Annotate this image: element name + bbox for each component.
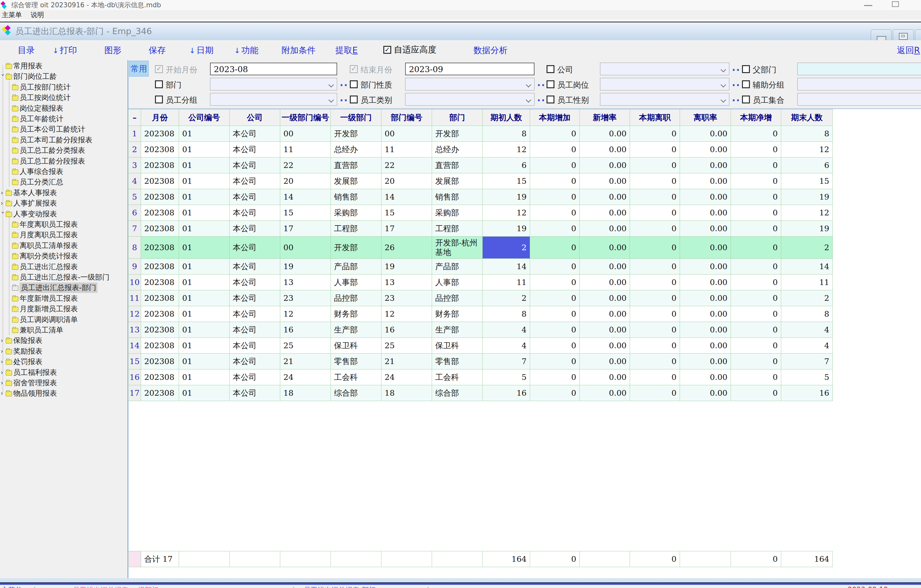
row-number-7[interactable]: 7 <box>129 221 141 236</box>
cell-r8-c5[interactable]: 开发部 <box>331 236 381 259</box>
cell-r6-c3[interactable]: 本公司 <box>229 205 280 221</box>
cell-r1-c2[interactable]: 01 <box>179 126 229 142</box>
chevron-right-icon[interactable]: › <box>1 380 6 385</box>
cell-r3-c10[interactable]: 0.00 <box>580 158 630 173</box>
cell-r17-c13[interactable]: 0 <box>731 385 781 401</box>
cell-r9-c6[interactable]: 19 <box>381 259 432 275</box>
cell-r16-c9[interactable]: 0 <box>530 370 580 385</box>
cell-r15-c1[interactable]: 202308 <box>141 353 179 370</box>
tree-item-16[interactable]: 年度离职员工报表 <box>0 219 127 230</box>
cell-r9-c11[interactable]: 0 <box>630 259 680 275</box>
cell-r2-c12[interactable]: 0.00 <box>680 142 731 158</box>
cell-r8-c8[interactable]: 2 <box>483 236 530 259</box>
filter-checkbox-部门[interactable] <box>155 80 163 88</box>
cell-r7-c5[interactable]: 工程部 <box>331 221 381 236</box>
cell-r14-c13[interactable]: 0 <box>731 338 781 353</box>
cell-r13-c12[interactable]: 0.00 <box>680 322 731 338</box>
cell-r13-c2[interactable]: 01 <box>179 322 229 338</box>
tree-item-1[interactable]: 常用报表 <box>0 61 127 71</box>
cell-r17-c14[interactable]: 16 <box>781 385 833 401</box>
filter-checkbox-员工集合[interactable] <box>742 96 750 103</box>
cell-r17-c7[interactable]: 综合部 <box>432 385 483 401</box>
browse-dots-button[interactable]: .. <box>732 92 740 103</box>
cell-r10-c7[interactable]: 人事部 <box>432 275 483 290</box>
column-header-4[interactable]: 一级部门编号 <box>280 109 331 126</box>
cell-r7-c7[interactable]: 工程部 <box>432 221 483 236</box>
cell-r7-c12[interactable]: 0.00 <box>680 221 731 236</box>
toolbar-button-10[interactable]: 数据分析 <box>474 45 508 56</box>
cell-r14-c1[interactable]: 202308 <box>141 338 179 353</box>
tree-item-30[interactable]: ›员工福利报表 <box>0 367 127 378</box>
status-fragment-3[interactable]: 员工进出汇总报表-部门 <box>304 585 376 588</box>
cell-r4-c14[interactable]: 15 <box>781 173 833 189</box>
chevron-right-icon[interactable]: › <box>1 370 6 375</box>
tree-item-26[interactable]: 兼职员工清单 <box>0 325 127 335</box>
cell-r16-c3[interactable]: 本公司 <box>229 370 280 385</box>
tree-item-24[interactable]: 月度新增员工报表 <box>0 304 127 314</box>
tree-item-17[interactable]: 月度离职员工报表 <box>0 230 127 240</box>
cell-r15-c2[interactable]: 01 <box>179 353 229 370</box>
tree-item-10[interactable]: 员工总工龄分段报表 <box>0 156 127 166</box>
cell-r12-c7[interactable]: 财务部 <box>432 306 483 322</box>
cell-r13-c13[interactable]: 0 <box>731 322 781 338</box>
tree-item-19[interactable]: 离职分类统计报表 <box>0 251 127 261</box>
cell-r8-c6[interactable]: 26 <box>381 236 432 259</box>
cell-r9-c4[interactable]: 19 <box>280 259 331 275</box>
browse-dots-button[interactable]: .. <box>537 77 545 88</box>
cell-r14-c4[interactable]: 25 <box>280 338 331 353</box>
cell-r7-c4[interactable]: 17 <box>280 221 331 236</box>
filter-select-部门性质[interactable] <box>405 78 535 90</box>
back-button[interactable]: 返回R <box>897 45 920 56</box>
chevron-right-icon[interactable]: › <box>1 338 6 343</box>
cell-r16-c2[interactable]: 01 <box>179 370 229 385</box>
filter-checkbox-部门性质[interactable] <box>350 80 358 88</box>
browse-dots-button[interactable]: .. <box>340 92 348 103</box>
cell-r13-c10[interactable]: 0.00 <box>580 322 630 338</box>
cell-r10-c10[interactable]: 0.00 <box>580 275 630 290</box>
cell-r1-c9[interactable]: 0 <box>530 126 580 142</box>
filter-checkbox-开始月份[interactable] <box>155 65 163 73</box>
cell-r1-c12[interactable]: 0.00 <box>680 126 731 142</box>
toolbar-button-1[interactable]: 目录 <box>18 45 35 56</box>
filter-select-部门[interactable] <box>210 78 337 90</box>
cell-r9-c12[interactable]: 0.00 <box>680 259 731 275</box>
cell-r7-c2[interactable]: 01 <box>179 221 229 236</box>
tree-item-9[interactable]: 员工总工龄分类报表 <box>0 145 127 156</box>
cell-r9-c8[interactable]: 14 <box>483 259 530 275</box>
column-header-5[interactable]: 一级部门 <box>331 109 381 126</box>
cell-r17-c6[interactable]: 18 <box>381 385 432 401</box>
filter-checkbox-员工类别[interactable] <box>350 96 358 103</box>
status-fragment-4[interactable]: 2023-09-19 <box>848 585 888 588</box>
cell-r1-c11[interactable]: 0 <box>630 126 680 142</box>
chevron-right-icon[interactable]: › <box>1 359 6 364</box>
chevron-right-icon[interactable]: › <box>1 200 6 205</box>
cell-r5-c2[interactable]: 01 <box>179 189 229 205</box>
cell-r14-c14[interactable]: 4 <box>781 338 833 353</box>
minimize-icon[interactable] <box>864 1 872 6</box>
cell-r10-c2[interactable]: 01 <box>179 275 229 290</box>
cell-r8-c14[interactable]: 2 <box>781 236 833 259</box>
cell-r8-c4[interactable]: 00 <box>280 236 331 259</box>
cell-r11-c12[interactable]: 0.00 <box>680 290 731 306</box>
cell-r3-c14[interactable]: 6 <box>781 158 833 173</box>
cell-r16-c13[interactable]: 0 <box>731 370 781 385</box>
cell-r11-c3[interactable]: 本公司 <box>229 290 280 306</box>
cell-r13-c11[interactable]: 0 <box>630 322 680 338</box>
cell-r10-c13[interactable]: 0 <box>731 275 781 290</box>
cell-r11-c14[interactable]: 2 <box>781 290 833 306</box>
cell-r15-c14[interactable]: 7 <box>781 353 833 370</box>
cell-r1-c6[interactable]: 00 <box>381 126 432 142</box>
row-number-4[interactable]: 4 <box>129 173 141 189</box>
cell-r10-c12[interactable]: 0.00 <box>680 275 731 290</box>
column-header-14[interactable]: 期末人数 <box>781 109 833 126</box>
filter-select-公司[interactable] <box>600 63 729 75</box>
cell-r13-c14[interactable]: 4 <box>781 322 833 338</box>
cell-r5-c14[interactable]: 19 <box>781 189 833 205</box>
tree-item-23[interactable]: 年度新增员工报表 <box>0 293 127 304</box>
cell-r8-c9[interactable]: 0 <box>530 236 580 259</box>
cell-r2-c1[interactable]: 202308 <box>141 142 179 158</box>
cell-r7-c11[interactable]: 0 <box>630 221 680 236</box>
cell-r11-c1[interactable]: 202308 <box>141 290 179 306</box>
cell-r1-c10[interactable]: 0.00 <box>580 126 630 142</box>
cell-r4-c3[interactable]: 本公司 <box>229 173 280 189</box>
